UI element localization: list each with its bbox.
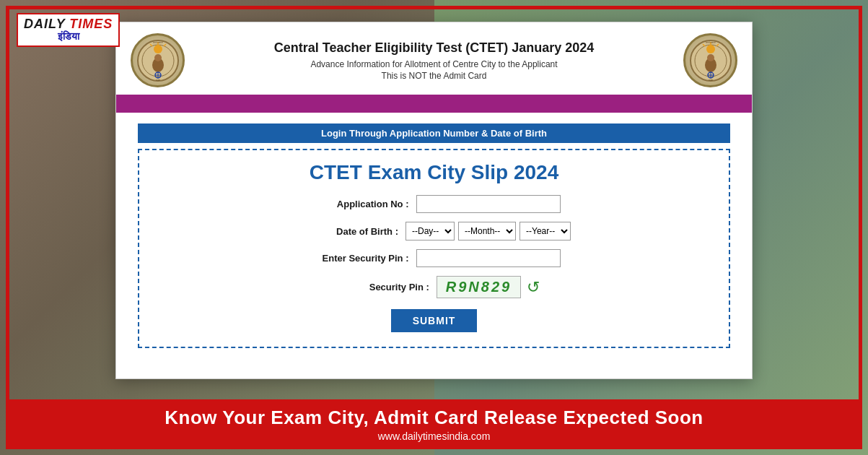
header-note: This is NOT the Admit Card xyxy=(196,71,672,81)
dob-row: Date of Birth : --Day-- --Month-- --Year… xyxy=(161,222,707,240)
dob-year-select[interactable]: --Year-- xyxy=(520,222,571,240)
bottom-headline: Know Your Exam City, Admit Card Release … xyxy=(20,407,848,429)
header-subtitle: Advance Information for Allotment of Cen… xyxy=(196,59,672,69)
dob-day-select[interactable]: --Day-- xyxy=(405,222,455,240)
application-label: Application No : xyxy=(308,199,409,209)
dob-container: --Day-- --Month-- --Year-- xyxy=(405,222,571,240)
security-display-label: Security Pin : xyxy=(328,282,429,292)
purple-banner xyxy=(116,95,752,113)
dob-month-select[interactable]: --Month-- xyxy=(458,222,516,240)
security-pin-display: R9N829 ↺ xyxy=(437,276,540,298)
svg-text:भारत: भारत xyxy=(156,79,160,82)
brand-name: DAILY TIMES xyxy=(24,17,113,30)
main-card: भारत सत्यमेव जयते Central Teacher Eligib… xyxy=(115,22,753,379)
svg-point-7 xyxy=(154,54,162,61)
security-enter-label: Enter Security Pin : xyxy=(308,253,409,264)
bottom-website: www.dailytimesindia.com xyxy=(20,430,848,442)
submit-button[interactable]: SUBMIT xyxy=(391,309,478,332)
security-enter-input[interactable] xyxy=(416,249,561,267)
brand-logo: DAILY TIMES इंडिया xyxy=(17,13,120,47)
captcha-text: R9N829 xyxy=(437,276,521,298)
security-enter-row: Enter Security Pin : xyxy=(161,249,707,267)
bottom-bar: Know Your Exam City, Admit Card Release … xyxy=(6,399,862,449)
security-display-row: Security Pin : R9N829 ↺ xyxy=(161,276,707,298)
form-area: Login Through Application Number & Date … xyxy=(116,113,752,378)
dob-label: Date of Birth : xyxy=(297,226,398,237)
form-main-title: CTET Exam City Slip 2024 xyxy=(161,161,707,184)
form-container: CTET Exam City Slip 2024 Application No … xyxy=(138,149,730,348)
top-bar: DAILY TIMES इंडिया xyxy=(6,6,862,54)
application-row: Application No : xyxy=(161,195,707,213)
application-input[interactable] xyxy=(416,195,561,213)
submit-row: SUBMIT xyxy=(161,309,707,332)
login-header-bar: Login Through Application Number & Date … xyxy=(138,124,730,143)
refresh-icon[interactable]: ↺ xyxy=(527,278,540,297)
svg-point-20 xyxy=(707,54,714,61)
svg-text:भारत: भारत xyxy=(709,79,713,82)
brand-hindi: इंडिया xyxy=(24,30,113,43)
